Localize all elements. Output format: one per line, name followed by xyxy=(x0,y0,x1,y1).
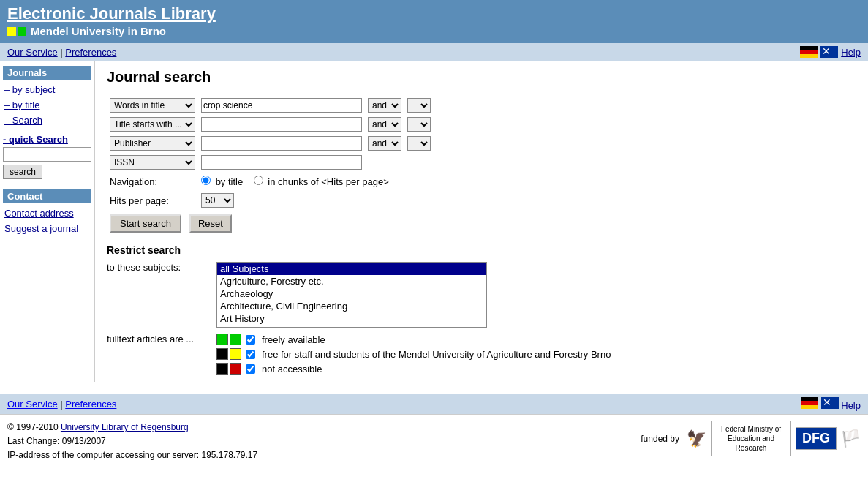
extra-cell-2 xyxy=(404,115,434,134)
footer-our-service-link[interactable]: Our Service xyxy=(7,399,58,410)
main-content: Journal search Words in title Title star… xyxy=(95,61,868,382)
freely-available-label: freely available xyxy=(262,334,325,345)
journals-section-title: Journals xyxy=(3,66,91,80)
fulltext-label: fulltext articles are ... xyxy=(107,334,209,345)
funded-by-label: funded by xyxy=(641,434,679,444)
fulltext-options: freely available free for staff and stud… xyxy=(216,334,611,375)
footer-help-link[interactable]: Help xyxy=(841,400,861,411)
green-square xyxy=(18,27,26,36)
copyright-text: © 1997-2010 xyxy=(7,422,61,432)
staff-access-checkbox[interactable] xyxy=(246,350,255,359)
fulltext-option-staff: free for staff and students of the Mende… xyxy=(216,348,611,360)
hits-per-page-select[interactable]: 10 20 50 100 xyxy=(201,193,234,208)
navigation-label: Navigation: xyxy=(107,172,198,191)
nav-by-title-radio[interactable] xyxy=(201,176,211,185)
field-select-cell-2: Words in title Title starts with ... Pub… xyxy=(107,115,198,134)
quick-search-label: - quick Search xyxy=(3,134,91,145)
footer-uk-flag-icon[interactable] xyxy=(821,397,839,409)
help-link[interactable]: Help xyxy=(841,47,861,58)
field-select-4[interactable]: Words in title Title starts with ... Pub… xyxy=(110,155,195,170)
no-access-color-indicator xyxy=(216,363,241,375)
connector-cell-1: and or not xyxy=(365,96,404,115)
start-search-button[interactable]: Start search xyxy=(110,214,181,233)
subject-item-agriculture[interactable]: Agriculture, Forestry etc. xyxy=(217,275,486,287)
field-select-3[interactable]: Words in title Title starts with ... Pub… xyxy=(110,136,195,151)
subjects-listbox[interactable]: all Subjects Agriculture, Forestry etc. … xyxy=(216,262,487,328)
navigation-options-cell: by title in chunks of <Hits per page> xyxy=(198,172,434,191)
footer-preferences-link[interactable]: Preferences xyxy=(65,399,116,410)
navigation-row: Navigation: by title in chunks of <Hits … xyxy=(107,172,434,191)
ministry-text: Federal Ministry of Education and Resear… xyxy=(721,425,781,452)
connector-select-1[interactable]: and or not xyxy=(368,98,401,113)
nav-chunks-label[interactable]: in chunks of <Hits per page> xyxy=(254,176,389,187)
staff-access-label: free for staff and students of the Mende… xyxy=(262,349,611,360)
site-title: Electronic Journals Library xyxy=(7,4,861,23)
sidebar-item-by-title[interactable]: – by title xyxy=(3,98,91,113)
contact-section: Contact Contact address Suggest a journa… xyxy=(3,189,91,237)
connector-select-3[interactable]: and or not xyxy=(368,136,401,151)
footer-bottom: © 1997-2010 University Library of Regens… xyxy=(0,414,868,469)
search-value-1[interactable] xyxy=(201,98,362,113)
nav-chunks-radio[interactable] xyxy=(254,176,263,185)
staff-color-indicator xyxy=(216,348,241,360)
suggest-journal-link[interactable]: Suggest a journal xyxy=(3,222,91,237)
subject-item-art-history[interactable]: Art History xyxy=(217,312,486,325)
search-value-2[interactable] xyxy=(201,117,362,132)
footer-right-logos: funded by 🦅 Federal Ministry of Educatio… xyxy=(641,421,861,456)
contact-section-title: Contact xyxy=(3,189,91,203)
value-input-cell-3 xyxy=(198,134,365,153)
footer-left-info: © 1997-2010 University Library of Regens… xyxy=(7,421,257,463)
bavaria-icon: 🏳️ xyxy=(841,429,861,448)
footer-navbar: Our Service | Preferences Help xyxy=(0,394,868,414)
sidebar-item-by-subject[interactable]: – by subject xyxy=(3,83,91,98)
freely-available-checkbox[interactable] xyxy=(246,335,255,345)
not-accessible-checkbox[interactable] xyxy=(246,364,255,374)
fulltext-row: fulltext articles are ... freely availab… xyxy=(107,334,856,375)
preferences-link[interactable]: Preferences xyxy=(65,47,116,58)
search-value-4[interactable] xyxy=(201,155,362,170)
site-header: Electronic Journals Library Mendel Unive… xyxy=(0,0,868,43)
search-row-3: Words in title Title starts with ... Pub… xyxy=(107,134,434,153)
field-select-2[interactable]: Words in title Title starts with ... Pub… xyxy=(110,117,195,132)
value-input-cell-2 xyxy=(198,115,365,134)
field-select-1[interactable]: Words in title Title starts with ... Pub… xyxy=(110,98,195,113)
empty-cell-4 xyxy=(365,153,404,172)
red-square xyxy=(230,363,241,375)
ip-address-text: IP-address of the computer accessing our… xyxy=(7,450,257,460)
search-value-3[interactable] xyxy=(201,136,362,151)
contact-address-link[interactable]: Contact address xyxy=(3,206,91,222)
footer-german-flag-icon[interactable] xyxy=(801,397,818,409)
extra-select-2[interactable] xyxy=(407,117,431,132)
extra-cell-1 xyxy=(404,96,434,115)
university-library-link[interactable]: University Library of Regensburg xyxy=(61,422,189,432)
restrict-title: Restrict search xyxy=(107,244,856,256)
fulltext-option-no-access: not accessible xyxy=(216,363,611,375)
search-row-2: Words in title Title starts with ... Pub… xyxy=(107,115,434,134)
our-service-link[interactable]: Our Service xyxy=(7,47,58,58)
subject-item-architecture[interactable]: Architecture, Civil Engineering xyxy=(217,300,486,312)
sidebar-item-search[interactable]: – Search xyxy=(3,113,91,129)
subject-item-all[interactable]: all Subjects xyxy=(217,263,486,275)
nav-by-title-text: by title xyxy=(216,176,244,187)
extra-select-1[interactable] xyxy=(407,98,431,113)
ministry-box: Federal Ministry of Education and Resear… xyxy=(711,421,791,456)
reset-button[interactable]: Reset xyxy=(189,214,232,233)
connector-select-2[interactable]: and or not xyxy=(368,117,401,132)
navbar-right: Help xyxy=(800,46,861,58)
quick-search-input[interactable] xyxy=(3,147,91,162)
quick-search-box: - quick Search search xyxy=(3,134,91,179)
nav-by-title-label[interactable]: by title xyxy=(201,176,246,187)
uk-flag-icon[interactable] xyxy=(820,46,838,58)
black-square-2 xyxy=(216,363,228,375)
footer-navbar-right: Help xyxy=(801,397,861,411)
extra-select-3[interactable] xyxy=(407,136,431,151)
footer-navbar-left: Our Service | Preferences xyxy=(7,399,116,410)
journal-search-form: Words in title Title starts with ... Pub… xyxy=(107,96,856,237)
subject-item-archaeology[interactable]: Archaeology xyxy=(217,287,486,300)
search-row-1: Words in title Title starts with ... Pub… xyxy=(107,96,434,115)
colored-squares xyxy=(7,27,26,36)
german-flag-icon[interactable] xyxy=(800,46,818,58)
quick-search-button[interactable]: search xyxy=(3,165,42,179)
hits-per-page-label: Hits per page: xyxy=(107,191,198,210)
value-input-cell-4 xyxy=(198,153,365,172)
